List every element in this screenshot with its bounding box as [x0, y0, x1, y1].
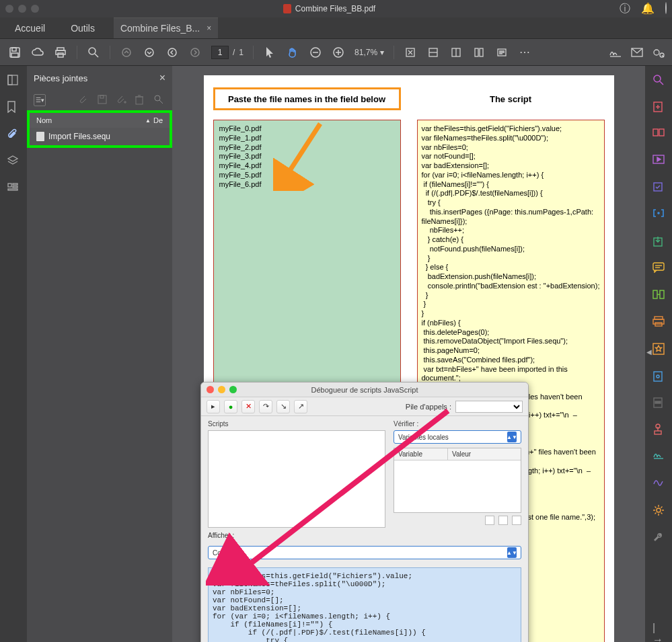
- debugger-titlebar[interactable]: Débogueur de scripts JavaScript: [201, 383, 528, 397]
- maximize-window-icon[interactable]: [31, 5, 39, 13]
- cloud-icon[interactable]: [31, 46, 44, 59]
- view-select[interactable]: Console ▲▼: [208, 546, 521, 559]
- comment-icon[interactable]: [652, 262, 665, 274]
- step-into-icon[interactable]: ↘: [276, 400, 290, 413]
- panel-toolbar: ☰▾: [27, 90, 172, 110]
- search-pane-icon[interactable]: [652, 74, 665, 86]
- pointer-tool-icon[interactable]: [263, 46, 276, 59]
- close-tab-icon[interactable]: ×: [207, 24, 211, 33]
- save-icon[interactable]: [8, 46, 22, 59]
- stamp-icon[interactable]: [652, 424, 665, 436]
- search-attachment-icon[interactable]: [153, 94, 165, 106]
- panel-menu-icon[interactable]: ☰▾: [34, 94, 46, 106]
- svg-rect-22: [475, 48, 478, 56]
- close-panel-icon[interactable]: ×: [159, 72, 165, 84]
- hand-tool-icon[interactable]: [286, 46, 299, 59]
- organize-icon[interactable]: [652, 289, 665, 301]
- zoom-search-icon[interactable]: [87, 46, 100, 59]
- col-de: De: [153, 116, 163, 124]
- zoom-out-icon[interactable]: [309, 46, 322, 59]
- step-out-icon[interactable]: ↗: [294, 400, 307, 413]
- expand-rail-icon[interactable]: |→: [652, 622, 665, 634]
- copy-var-icon[interactable]: [498, 516, 508, 525]
- svg-point-27: [654, 50, 659, 55]
- edit-icon[interactable]: [652, 477, 665, 489]
- nav-forward-icon[interactable]: [188, 46, 202, 59]
- star-icon[interactable]: [652, 343, 665, 355]
- close-window-icon[interactable]: [5, 5, 13, 13]
- zoom-level[interactable]: 81,7% ▾: [354, 48, 384, 57]
- brackets-icon[interactable]: [652, 208, 665, 220]
- resume-icon[interactable]: ▸: [207, 400, 220, 413]
- articles-icon[interactable]: [7, 182, 20, 195]
- fit-3-icon[interactable]: [449, 46, 463, 59]
- vars-scope-select[interactable]: Variables locales ▲▼: [394, 430, 521, 444]
- fit-2-icon[interactable]: [426, 46, 440, 59]
- variables-table[interactable]: Variable Valeur: [394, 448, 521, 513]
- window-controls: [5, 5, 39, 13]
- document-area[interactable]: Paste the file names in the field below …: [172, 66, 645, 642]
- print-icon[interactable]: [54, 46, 67, 59]
- layers-icon[interactable]: [7, 155, 20, 168]
- minimize-window-icon[interactable]: [18, 5, 26, 13]
- page-input-group: / 1: [211, 46, 244, 59]
- debugger-minimize-icon[interactable]: [218, 386, 225, 393]
- nav-back-icon[interactable]: [165, 46, 179, 59]
- export-icon[interactable]: [652, 235, 665, 247]
- help-icon[interactable]: ⓘ: [620, 2, 630, 16]
- stack-select[interactable]: [455, 401, 523, 413]
- svg-rect-66: [654, 372, 662, 381]
- print-prod-icon[interactable]: [652, 316, 665, 328]
- delete-var-icon[interactable]: [512, 516, 521, 525]
- edit-var-icon[interactable]: [485, 516, 494, 525]
- tab-home[interactable]: Accueil: [8, 18, 52, 38]
- attachments-icon[interactable]: [7, 128, 20, 141]
- tab-tools[interactable]: Outils: [64, 18, 102, 38]
- redact-icon[interactable]: [652, 397, 665, 409]
- account-icon[interactable]: [665, 2, 667, 14]
- fit-1-icon[interactable]: [404, 46, 417, 59]
- collapse-chevron-icon[interactable]: ◀: [646, 348, 652, 356]
- highlighted-region: Nom ▲ De Import Files.sequ: [27, 110, 172, 148]
- console-code[interactable]: var theFiles=this.getField("Fichiers").v…: [208, 567, 521, 642]
- mail-icon[interactable]: [630, 46, 644, 59]
- page-down-icon[interactable]: [143, 46, 156, 59]
- svg-rect-35: [98, 95, 106, 104]
- run-icon[interactable]: ●: [224, 400, 237, 413]
- form-icon[interactable]: [652, 182, 665, 194]
- wrench-icon[interactable]: [652, 531, 665, 543]
- step-over-icon[interactable]: ↷: [259, 400, 272, 413]
- js-debugger-window[interactable]: Débogueur de scripts JavaScript ▸ ● ✕ ↷ …: [200, 382, 529, 642]
- zoom-in-icon[interactable]: [332, 46, 345, 59]
- more-icon[interactable]: ⋯: [518, 46, 531, 59]
- attachments-header[interactable]: Nom ▲ De: [30, 113, 170, 128]
- thumbnails-icon[interactable]: [7, 74, 20, 87]
- debugger-zoom-icon[interactable]: [229, 386, 237, 393]
- svg-point-9: [145, 48, 153, 56]
- read-mode-icon[interactable]: [495, 46, 509, 59]
- debugger-close-icon[interactable]: [207, 386, 214, 393]
- create-pdf-icon[interactable]: [652, 101, 665, 113]
- sign-icon[interactable]: [609, 46, 622, 59]
- afficher-label: Afficher :: [208, 532, 521, 539]
- tab-file[interactable]: Combine Files_B... ×: [114, 17, 218, 38]
- settings-icon[interactable]: [652, 504, 665, 516]
- sign-tool-icon[interactable]: [652, 450, 665, 463]
- attachment-row[interactable]: Import Files.sequ: [30, 128, 170, 145]
- page-up-icon[interactable]: [120, 46, 133, 59]
- bookmarks-icon[interactable]: [7, 101, 20, 114]
- video-icon[interactable]: [652, 155, 665, 167]
- page-number-input[interactable]: [211, 46, 229, 59]
- save-attachment-icon[interactable]: [97, 94, 109, 106]
- stop-icon[interactable]: ✕: [241, 400, 255, 413]
- delete-attachment-icon[interactable]: [135, 94, 147, 106]
- view-mode-icon[interactable]: [472, 46, 486, 59]
- combine-icon[interactable]: [652, 128, 665, 140]
- panel-title: Pièces jointes: [34, 73, 87, 83]
- scripts-list[interactable]: [208, 430, 385, 528]
- share-icon[interactable]: [652, 46, 665, 59]
- protect-icon[interactable]: [652, 370, 665, 382]
- bell-icon[interactable]: 🔔: [641, 2, 655, 16]
- open-attachment-icon[interactable]: [78, 94, 90, 106]
- add-attachment-icon[interactable]: [116, 94, 128, 106]
